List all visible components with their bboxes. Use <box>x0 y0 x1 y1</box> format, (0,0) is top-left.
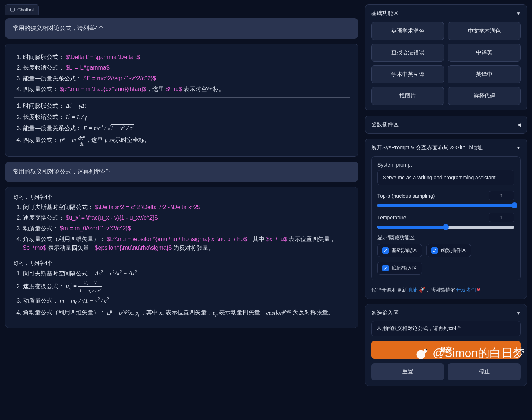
list-item: 动质量公式： $m = m_0/\sqrt{1-v^2/c^2}$ <box>23 224 350 233</box>
heart-icon: ❤ <box>476 287 481 293</box>
system-prompt-input[interactable] <box>377 170 514 185</box>
assistant-intro: 好的，再列举4个： <box>14 194 350 201</box>
tab-label: Chatbot <box>17 7 34 12</box>
raw-formula-list: 闵可夫斯基时空间隔公式： $\Delta s^2 = c^2 \Delta t^… <box>14 203 350 252</box>
list-item: 角动量公式（利用四维矢量）： $L^\mu = \epsilon^{\mu \n… <box>23 235 350 252</box>
fn-btn-english-polish[interactable]: 英语学术润色 <box>371 22 444 40</box>
sysprompt-panel: 展开SysPrompt & 交互界面布局 & Github地址 ▼ System… <box>365 139 527 299</box>
check-bottom-input[interactable]: ✓ 底部输入区 <box>377 262 422 275</box>
list-item: 闵可夫斯基时空间隔公式： Δs2 = c2Δt2 − Δx2 <box>23 269 350 278</box>
basic-button-grid: 英语学术润色 中文学术润色 查找语法错误 中译英 学术中英互译 英译中 找图片 … <box>371 22 521 105</box>
checkbox-checked-icon: ✓ <box>431 247 438 254</box>
credit-link-repo[interactable]: 地址 <box>407 287 417 293</box>
list-item: 闵可夫斯基时空间隔公式： $\Delta s^2 = c^2 \Delta t^… <box>23 203 350 212</box>
chevron-down-icon: ▼ <box>516 11 521 16</box>
plugin-panel: 函数插件区 ◀ <box>365 116 527 134</box>
fn-btn-explain-code[interactable]: 解释代码 <box>448 87 521 105</box>
check-plugin[interactable]: ✓ 函数插件区 <box>426 244 471 257</box>
svg-rect-0 <box>11 8 15 11</box>
tab-chatbot[interactable]: Chatbot <box>5 4 39 15</box>
assistant-intro: 好的，再列举4个： <box>14 260 350 267</box>
basic-panel-header[interactable]: 基础功能区 ▼ <box>371 10 521 17</box>
list-item: 时间膨胀公式： Δt′ = γΔt <box>23 101 350 110</box>
check-label: 函数插件区 <box>441 247 466 254</box>
alt-input-panel: 备选输入区 ▼ 提交 重置 停止 <box>365 304 527 386</box>
topp-slider[interactable] <box>377 204 514 207</box>
list-item: 能量—质量关系公式： $E = mc^2/\sqrt{1-v^2/c^2}$ <box>23 74 350 83</box>
temperature-slider[interactable] <box>377 226 514 229</box>
list-item: 动质量公式： m = m0 / 1 − v2 / c2 <box>23 296 350 306</box>
list-item: 能量—质量关系公式： E = mc2 / 1 − v2 / c2 <box>23 124 350 133</box>
alt-input-header[interactable]: 备选输入区 ▼ <box>371 310 521 317</box>
alt-input-field[interactable] <box>371 321 521 336</box>
fn-btn-find-image[interactable]: 找图片 <box>371 87 444 105</box>
stop-button[interactable]: 停止 <box>448 363 521 380</box>
reset-button[interactable]: 重置 <box>371 363 444 380</box>
list-item: 时间膨胀公式： $\Delta t' = \gamma \Delta t$ <box>23 53 350 62</box>
plugin-panel-header[interactable]: 函数插件区 ◀ <box>371 121 521 128</box>
panel-title: 基础功能区 <box>371 10 399 17</box>
checkbox-checked-icon: ✓ <box>382 247 389 254</box>
fn-btn-academic-translate[interactable]: 学术中英互译 <box>371 65 444 83</box>
system-prompt-block: System prompt Top-p (nucleus sampling) T… <box>371 156 521 280</box>
basic-panel: 基础功能区 ▼ 英语学术润色 中文学术润色 查找语法错误 中译英 学术中英互译 … <box>365 4 527 110</box>
list-item: 速度变换公式： ux′ = ux − v1 − uxv / c2 <box>23 280 350 294</box>
user-message: 常用的狭义相对论公式，请再列举4个 <box>5 162 358 182</box>
temperature-label: Temperature <box>377 215 485 220</box>
fn-btn-zh2en[interactable]: 中译英 <box>448 44 521 62</box>
chat-area: 常用的狭义相对论公式，请列举4个 时间膨胀公式： $\Delta t' = \g… <box>5 18 358 416</box>
list-item: 长度收缩公式： L′ = L / γ <box>23 112 350 121</box>
system-prompt-label: System prompt <box>377 162 514 168</box>
chevron-down-icon: ▼ <box>516 145 521 150</box>
list-item: 四动量公式： pμ = m dxμdτ，这里 μ 表示时空坐标。 <box>23 135 350 147</box>
sysprompt-panel-header[interactable]: 展开SysPrompt & 交互界面布局 & Github地址 ▼ <box>371 144 521 151</box>
show-hide-label: 显示/隐藏功能区 <box>377 234 514 241</box>
temperature-value[interactable] <box>489 213 514 222</box>
chevron-down-icon: ▼ <box>516 311 521 316</box>
submit-button[interactable]: 提交 <box>371 341 521 359</box>
list-item: 长度收缩公式： $L' = L/\gamma$ <box>23 63 350 72</box>
panel-title: 展开SysPrompt & 交互界面布局 & Github地址 <box>371 144 483 151</box>
fn-btn-chinese-polish[interactable]: 中文学术润色 <box>448 22 521 40</box>
check-label: 底部输入区 <box>392 265 417 271</box>
checkbox-checked-icon: ✓ <box>382 265 389 271</box>
assistant-message: 时间膨胀公式： $\Delta t' = \gamma \Delta t$ 长度… <box>5 44 358 157</box>
list-item: 角动量公式（利用四维矢量）： Lμ = εμνρσxν pρ，其中 xν 表示位… <box>23 308 350 318</box>
fn-btn-en2zh[interactable]: 英译中 <box>448 65 521 83</box>
list-item: 速度变换公式： $u_x' = \frac{u_x - v}{1 - u_xv/… <box>23 213 350 222</box>
raw-formula-list: 时间膨胀公式： $\Delta t' = \gamma \Delta t$ 长度… <box>14 53 350 94</box>
fn-btn-grammar[interactable]: 查找语法错误 <box>371 44 444 62</box>
list-item: 四动量公式： $p^\mu = m \frac{dx^\mu}{d\tau}$，… <box>23 85 350 94</box>
rendered-formula-list: 时间膨胀公式： Δt′ = γΔt 长度收缩公式： L′ = L / γ 能量—… <box>14 101 350 147</box>
chevron-left-icon: ◀ <box>517 122 521 127</box>
credit-line: 代码开源和更新地址 🚀，感谢热情的开发者们❤ <box>371 287 521 293</box>
topp-label: Top-p (nucleus sampling) <box>377 193 485 199</box>
rocket-icon: 🚀 <box>419 287 425 293</box>
rendered-formula-list: 闵可夫斯基时空间隔公式： Δs2 = c2Δt2 − Δx2 速度变换公式： u… <box>14 269 350 318</box>
user-text: 常用的狭义相对论公式，请列举4个 <box>13 25 104 31</box>
user-message: 常用的狭义相对论公式，请列举4个 <box>5 18 358 39</box>
chat-icon <box>10 7 15 12</box>
assistant-message: 好的，再列举4个： 闵可夫斯基时空间隔公式： $\Delta s^2 = c^2… <box>5 187 358 328</box>
panel-title: 函数插件区 <box>371 121 399 128</box>
topp-value[interactable] <box>489 191 514 200</box>
user-text: 常用的狭义相对论公式，请再列举4个 <box>13 168 110 175</box>
check-label: 基础功能区 <box>392 247 417 254</box>
credit-link-devs[interactable]: 开发者们 <box>456 287 476 293</box>
panel-title: 备选输入区 <box>371 310 399 317</box>
check-basic[interactable]: ✓ 基础功能区 <box>377 244 422 257</box>
